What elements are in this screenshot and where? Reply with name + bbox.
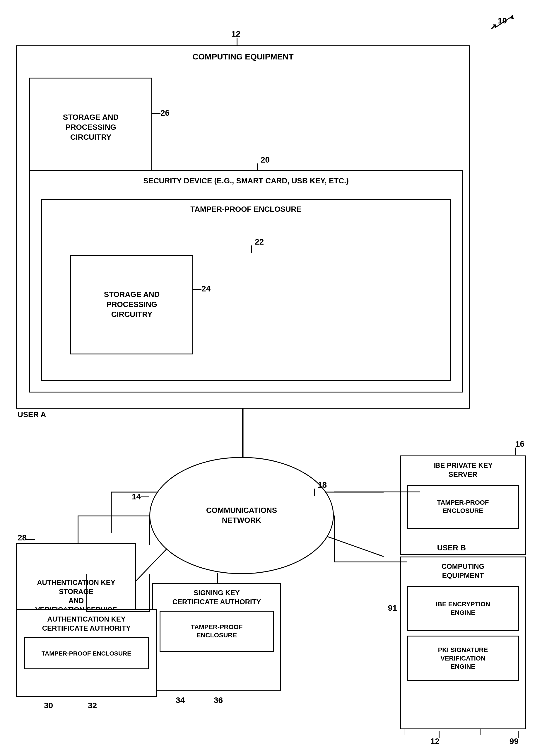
user-b-label: USER B	[437, 543, 466, 552]
ref-91-tick	[400, 609, 400, 616]
ref-91: 91	[388, 603, 397, 613]
line-network-auth-storage-v	[149, 516, 150, 545]
user-b-computing-box: COMPUTINGEQUIPMENT IBE ENCRYPTIONENGINE …	[400, 557, 526, 729]
storage-processing-inner-box: STORAGE ANDPROCESSINGCIRCUITRY	[70, 255, 193, 354]
security-device-label: SECURITY DEVICE (E.G., SMART CARD, USB K…	[143, 176, 349, 186]
tamper-proof-signing-label: TAMPER-PROOFENCLOSURE	[191, 623, 243, 640]
line-network-userb-h	[334, 562, 407, 562]
line-auth-cert-h	[86, 611, 150, 612]
ref-26: —26	[152, 108, 170, 118]
user-b-computing-label: COMPUTINGEQUIPMENT	[442, 562, 485, 580]
tamper-proof-ibe-label: TAMPER-PROOFENCLOSURE	[437, 499, 489, 515]
storage-processing-inner-label: STORAGE ANDPROCESSINGCIRCUITRY	[104, 290, 160, 319]
ref-24: —24	[193, 284, 211, 293]
tamper-proof-signing-box: TAMPER-PROOFENCLOSURE	[160, 611, 274, 652]
ref-28: 28	[18, 533, 27, 542]
tamper-proof-ibe-box: TAMPER-PROOFENCLOSURE	[407, 485, 519, 529]
ref-99-tick-bottom	[518, 731, 519, 738]
ref-30: 30	[44, 701, 53, 710]
ref-16: 16	[515, 439, 524, 449]
line-network-ibe	[334, 492, 420, 492]
line-network-auth-storage-v2	[78, 516, 79, 544]
signing-key-cert-box: SIGNING KEYCERTIFICATE AUTHORITY TAMPER-…	[152, 583, 281, 691]
tamper-proof-auth-cert-box: TAMPER-PROOF ENCLOSURE	[24, 637, 149, 669]
ref-22-tick	[251, 245, 252, 253]
ibe-encryption-engine-label: IBE ENCRYPTIONENGINE	[436, 600, 490, 617]
auth-key-storage-label: AUTHENTICATION KEYSTORAGEANDVERIFICATION…	[33, 578, 119, 615]
line-auth-cert-v	[149, 574, 150, 612]
line-network-userb-v	[334, 516, 335, 562]
line-network-auth-storage-h	[78, 516, 150, 516]
pki-signature-label: PKI SIGNATUREVERIFICATIONENGINE	[438, 646, 488, 671]
fig-ref-10: 10	[498, 16, 507, 25]
ref-18: 18	[318, 480, 327, 490]
ibe-private-key-server-box: IBE PRIVATE KEYSERVER TAMPER-PROOFENCLOS…	[400, 455, 526, 555]
signing-key-cert-label: SIGNING KEYCERTIFICATE AUTHORITY	[170, 588, 264, 606]
ref-22: 22	[255, 237, 264, 247]
ref-12-bottom: 12	[430, 737, 439, 746]
storage-processing-outer-label: STORAGE ANDPROCESSINGCIRCUITRY	[63, 112, 119, 142]
pki-signature-box: PKI SIGNATUREVERIFICATIONENGINE	[407, 636, 519, 681]
ref-32: 32	[88, 701, 97, 710]
diagram-container: 10 ↗ 12 COMPUTING EQUIPMENT STORAGE ANDP…	[0, 0, 542, 756]
ref-28-line	[26, 539, 35, 540]
ibe-encryption-engine-box: IBE ENCRYPTIONENGINE	[407, 586, 519, 631]
ref-12-tick-bottom	[439, 731, 439, 738]
user-a-label: USER A	[18, 410, 46, 419]
communications-network-ellipse: COMMUNICATIONSNETWORK	[149, 457, 334, 574]
fig-arrow: ↗	[490, 22, 497, 32]
communications-network-label: COMMUNICATIONSNETWORK	[206, 506, 277, 525]
tamper-proof-enclosure-security-label: TAMPER-PROOF ENCLOSURE	[190, 204, 301, 214]
ref-34: 34	[176, 696, 185, 705]
ref-16-tick	[515, 448, 516, 455]
line-to-network	[242, 409, 243, 460]
ref-18-tick	[314, 489, 315, 496]
ref-14-line	[141, 496, 149, 497]
computing-equipment-label: COMPUTING EQUIPMENT	[192, 52, 293, 62]
ref-12-top: 12	[231, 29, 241, 39]
ref-14: 14	[132, 492, 141, 501]
tamper-proof-auth-cert-label: TAMPER-PROOF ENCLOSURE	[42, 649, 131, 657]
auth-key-cert-box: AUTHENTICATION KEYCERTIFICATE AUTHORITY …	[16, 609, 157, 697]
ibe-private-key-server-label: IBE PRIVATE KEYSERVER	[430, 461, 495, 479]
storage-processing-outer-box: STORAGE ANDPROCESSINGCIRCUITRY	[29, 78, 152, 177]
ref-36: 36	[214, 696, 223, 705]
svg-marker-1	[509, 15, 514, 19]
auth-key-cert-label: AUTHENTICATION KEYCERTIFICATE AUTHORITY	[40, 615, 133, 633]
ref-20: 20	[261, 155, 270, 165]
line-auth-cert-v2	[86, 574, 87, 612]
ref-99: 99	[509, 737, 519, 746]
line-signing-down	[217, 573, 218, 584]
